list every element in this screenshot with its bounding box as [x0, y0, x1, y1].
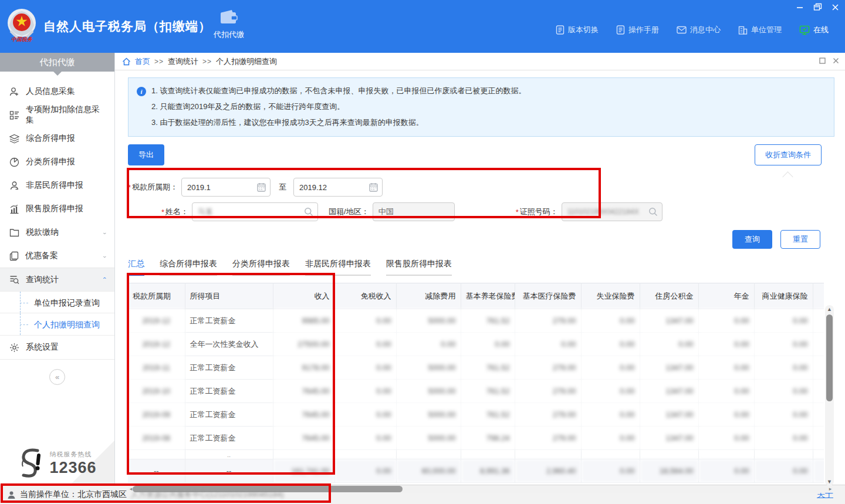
sidebar-item-label: 查询统计	[26, 275, 59, 285]
tab-限售股所得申报表[interactable]: 限售股所得申报表	[386, 259, 452, 276]
notice-lines: 1. 该查询统计表仅能查询已申报成功的数据，不包含未申报、申报失败，已申报但已作…	[151, 83, 526, 130]
sidebar-item-restricted-shares[interactable]: 限售股所得申报	[0, 197, 114, 221]
table-cell: 0.00	[581, 459, 640, 483]
sidebar-item-comprehensive-income[interactable]: 综合所得申报	[0, 127, 114, 150]
minimize-icon[interactable]	[796, 3, 804, 11]
vertical-scroll-thumb[interactable]	[826, 314, 833, 401]
table-cell: 279.00	[515, 427, 581, 450]
id-number-label: 证照号码：	[520, 207, 558, 217]
scroll-up-arrow[interactable]: ▲	[825, 305, 834, 313]
table-row[interactable]: 2019-12正常工资薪金9985.000.005000.00761.52279…	[128, 309, 824, 333]
table-cell: 全年一次性奖金收入	[185, 333, 273, 356]
table-cell: 5000.00	[396, 380, 461, 403]
table-cell: 1347.00	[640, 309, 698, 333]
table-cell: 0.00	[754, 403, 813, 427]
sidebar-item-special-deduction[interactable]: 专项附加扣除信息采集	[0, 103, 114, 127]
period-from-value: 2019.1	[187, 183, 211, 192]
table-cell: 761.52	[461, 403, 515, 427]
tab-非居民所得申报表[interactable]: 非居民所得申报表	[305, 259, 371, 276]
table-row[interactable]: 2019-09正常工资薪金7645.000.005000.00761.52279…	[128, 403, 824, 427]
period-from-input[interactable]: 2019.1	[181, 178, 271, 197]
gear-icon	[9, 343, 19, 353]
toolbar: 导出 收折查询条件	[128, 144, 834, 165]
sidebar-item-system-settings[interactable]: 系统设置	[0, 336, 114, 359]
table-cell: 0.00	[698, 356, 754, 380]
id-number-input[interactable]: 110102199X0422184X	[562, 202, 663, 221]
reset-button[interactable]: 重置	[780, 230, 820, 249]
table-cell: 5000.00	[396, 309, 461, 333]
query-button[interactable]: 查询	[732, 230, 772, 249]
table-cell: 8,991.36	[461, 459, 515, 483]
sidebar-item-preferential-filing[interactable]: 优惠备案 ⌄	[0, 244, 114, 268]
calendar-icon[interactable]	[257, 182, 266, 192]
tab-分类所得申报表[interactable]: 分类所得申报表	[232, 259, 290, 276]
table-cell: 0.00	[698, 333, 754, 356]
name-input[interactable]: 马某	[192, 202, 318, 221]
sidebar-item-query-statistics[interactable]: 查询统计 ⌃	[0, 268, 114, 291]
table-cell: 2019-09	[128, 403, 185, 427]
scroll-down-arrow[interactable]: ▼	[825, 478, 834, 486]
table-cell: 0.00	[698, 427, 754, 450]
table-cell: 正常工资薪金	[185, 403, 273, 427]
maximize-panel-icon[interactable]	[819, 57, 826, 64]
sidebar-item-label: 税款缴纳	[26, 227, 59, 238]
sidebar-item-personnel-info[interactable]: 人员信息采集	[0, 80, 114, 103]
table-cell: 0.00	[698, 459, 754, 483]
collapse-conditions-button[interactable]: 收折查询条件	[755, 144, 822, 165]
table-cell: 0.00	[754, 459, 813, 483]
message-center-button[interactable]: 消息中心	[677, 25, 721, 35]
sidebar-collapse-button[interactable]: «	[49, 369, 65, 385]
period-to-input[interactable]: 2019.12	[293, 178, 383, 197]
table-cell	[581, 450, 640, 459]
online-status[interactable]: 在线	[799, 25, 829, 35]
vertical-scrollbar[interactable]: ▲ ▼	[825, 305, 834, 486]
sidebar-item-classified-income[interactable]: 分类所得申报	[0, 150, 114, 174]
sidebar-item-label: 系统设置	[26, 342, 59, 353]
table-row[interactable]: 2019-10正常工资薪金7645.000.005000.00761.52279…	[128, 380, 824, 403]
sidebar-item-label: 分类所得申报	[26, 157, 75, 167]
sidebar-item-label: 优惠备案	[25, 251, 58, 261]
sidebar-item-tax-payment[interactable]: 税款缴纳 ⌄	[0, 221, 114, 244]
manual-button[interactable]: 操作手册	[616, 25, 659, 35]
table-row[interactable]: 2019-11正常工资薪金9178.000.005000.00761.52279…	[128, 356, 824, 380]
sidebar-item-nonresident-income[interactable]: 非居民所得申报	[0, 174, 114, 197]
close-panel-icon[interactable]	[833, 57, 839, 64]
version-switch-button[interactable]: 版本切换	[556, 25, 599, 35]
close-icon[interactable]	[832, 4, 839, 11]
tab-汇总[interactable]: 汇总	[128, 259, 144, 276]
column-header: 商业健康保险	[754, 283, 813, 309]
sidebar-menu: 人员信息采集 专项附加扣除信息采集 综合所得申报 分类所得申报 非居民所得申报	[0, 80, 114, 391]
user-icon	[7, 491, 16, 499]
breadcrumb: 首页 >> 查询统计 >> 个人扣缴明细查询	[115, 53, 845, 70]
table-cell: 正常工资薪金	[185, 427, 273, 450]
table-row[interactable]: 2019-12全年一次性奖金收入27500.000.000.000.000.00…	[128, 333, 824, 356]
search-icon[interactable]	[304, 207, 313, 217]
table-cell	[813, 450, 824, 459]
table-row[interactable]: 2019-08正常工资薪金7645.000.005000.00798.24279…	[128, 427, 824, 450]
column-header: 免税收入	[334, 283, 396, 309]
export-button[interactable]: 导出	[128, 144, 164, 165]
breadcrumb-separator: >>	[202, 57, 212, 66]
table-cell: 0.00	[334, 403, 396, 427]
table-cell: 0.00	[754, 309, 813, 333]
table-cell	[461, 450, 515, 459]
sidebar-item-label: 限售股所得申报	[26, 204, 83, 214]
submenu-item-unit-declaration-query[interactable]: 单位申报记录查询	[0, 291, 114, 313]
scroll-right-arrow[interactable]: ▸	[827, 485, 833, 493]
home-icon[interactable]	[122, 57, 131, 66]
search-icon[interactable]	[648, 207, 658, 217]
restore-icon[interactable]	[813, 3, 822, 11]
column-header: 基本养老保险费	[461, 283, 515, 309]
submenu-item-personal-withholding-detail-query[interactable]: 个人扣缴明细查询	[0, 313, 114, 336]
current-unit-masked: 人力资源公共服务中心(12110102199045184)	[131, 489, 284, 500]
table-cell: 0.00	[334, 356, 396, 380]
unit-management-label: 单位管理	[751, 25, 782, 35]
unit-management-button[interactable]: 单位管理	[738, 25, 782, 35]
table-cell: 0.00	[396, 333, 461, 356]
tab-综合所得申报表[interactable]: 综合所得申报表	[160, 259, 217, 276]
calendar-icon[interactable]	[369, 182, 378, 192]
tab-daikou-daijiao[interactable]: 代扣代缴	[207, 9, 251, 40]
breadcrumb-home[interactable]: 首页	[135, 56, 150, 67]
breadcrumb-separator: >>	[154, 57, 164, 66]
table-cell: 正常工资薪金	[185, 356, 273, 380]
